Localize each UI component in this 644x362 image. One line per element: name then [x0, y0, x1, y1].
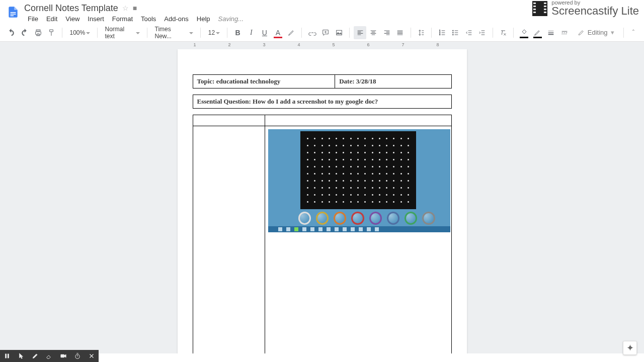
menu-view[interactable]: View [62, 14, 83, 24]
ruler-tick: 8 [436, 42, 439, 47]
document-title[interactable]: Cornell Notes Template [24, 3, 118, 14]
insert-comment-button[interactable] [319, 26, 332, 39]
pause-recording-button[interactable] [0, 350, 14, 362]
eraser-tool-button[interactable] [42, 350, 56, 362]
document-page[interactable]: Topic: educational technology Date: 3/28… [178, 49, 467, 353]
essential-question-cell[interactable]: Essential Question: How do I add a scree… [193, 95, 451, 109]
undo-button[interactable] [5, 26, 18, 39]
essential-question-table[interactable]: Essential Question: How do I add a scree… [193, 95, 452, 109]
svg-rect-3 [337, 30, 342, 35]
svg-rect-1 [11, 14, 16, 15]
move-to-folder-icon[interactable]: ■ [133, 4, 137, 12]
document-workspace[interactable]: 1 2 3 4 5 6 7 8 Topic: educational techn… [0, 42, 644, 353]
text-color-button[interactable]: A [272, 26, 284, 39]
ruler-tick: 6 [367, 42, 369, 47]
ruler-tick: 5 [332, 42, 335, 47]
svg-rect-10 [6, 354, 7, 358]
menu-edit[interactable]: Edit [43, 14, 61, 24]
pencil-icon [578, 29, 585, 36]
paragraph-style-select[interactable]: Normal text [101, 27, 142, 39]
notes-body-cell[interactable] [265, 126, 451, 354]
border-dash-button[interactable] [558, 26, 571, 39]
ruler-tick: 4 [297, 42, 300, 47]
mode-select[interactable]: Editing ▾ [573, 29, 619, 36]
menu-format[interactable]: Format [109, 14, 136, 24]
menu-insert[interactable]: Insert [84, 14, 108, 24]
toolbar: 100% Normal text Times New... 12 B I U A… [0, 24, 644, 42]
redo-button[interactable] [19, 26, 31, 39]
align-justify-button[interactable] [394, 26, 407, 39]
clear-formatting-button[interactable] [497, 26, 510, 39]
webcam-toggle-button[interactable] [56, 350, 70, 362]
horizontal-ruler[interactable]: 1 2 3 4 5 6 7 8 [178, 42, 467, 49]
underline-button[interactable]: U [259, 26, 271, 39]
timer-button[interactable] [70, 350, 85, 362]
menu-tools[interactable]: Tools [137, 14, 159, 24]
screencastify-watermark: powered by Screencastify Lite [530, 0, 641, 17]
close-toolbar-button[interactable] [85, 350, 99, 362]
eq-value: How do I add a screenshot to my google d… [253, 98, 378, 105]
ruler-tick: 2 [228, 42, 230, 47]
font-size-select[interactable]: 12 [205, 27, 223, 39]
docs-logo[interactable] [4, 3, 22, 21]
paint-format-button[interactable] [45, 26, 58, 39]
watermark-line2: Screencastify Lite [551, 5, 639, 17]
date-label: Date: [339, 77, 354, 85]
numbered-list-button[interactable]: 123 [436, 26, 448, 39]
increase-indent-button[interactable] [476, 26, 489, 39]
ruler-tick: 1 [193, 42, 196, 47]
cues-body-cell[interactable] [193, 126, 265, 354]
date-cell[interactable]: Date: 3/28/18 [335, 75, 451, 88]
collapse-toolbar-button[interactable]: ˆ [628, 27, 639, 39]
cursor-tool-button[interactable] [14, 350, 28, 362]
star-icon[interactable]: ☆ [122, 4, 129, 12]
menu-addons[interactable]: Add-ons [160, 14, 192, 24]
bold-button[interactable]: B [231, 26, 244, 39]
insert-image-button[interactable] [333, 26, 346, 39]
svg-rect-12 [61, 354, 64, 357]
ruler-tick: 7 [401, 42, 404, 47]
topic-date-table[interactable]: Topic: educational technology Date: 3/28… [193, 74, 452, 88]
svg-rect-0 [11, 12, 16, 13]
topic-cell[interactable]: Topic: educational technology [193, 75, 335, 88]
svg-point-7 [453, 30, 454, 31]
align-center-button[interactable] [367, 26, 380, 39]
svg-text:3: 3 [439, 33, 441, 36]
menu-file[interactable]: File [24, 14, 42, 24]
line-spacing-button[interactable] [415, 26, 428, 39]
zoom-select[interactable]: 100% [66, 27, 93, 39]
mode-label: Editing [588, 29, 608, 36]
svg-rect-11 [8, 354, 9, 358]
explore-button[interactable]: ✦ [623, 341, 637, 355]
svg-point-8 [453, 32, 454, 33]
ruler-tick: 3 [263, 42, 265, 47]
bulleted-list-button[interactable] [449, 26, 462, 39]
film-icon [532, 1, 547, 16]
font-family-select[interactable]: Times New... [151, 27, 196, 39]
cues-header-cell[interactable] [193, 115, 265, 126]
eq-label: Essential Question: [197, 98, 251, 105]
insert-link-button[interactable] [306, 26, 318, 39]
border-color-button[interactable] [531, 26, 544, 39]
highlight-color-button[interactable] [285, 26, 298, 39]
align-left-button[interactable] [354, 26, 366, 39]
embedded-screenshot-image[interactable] [268, 129, 450, 232]
date-value: 3/28/18 [356, 77, 376, 85]
topic-value: educational technology [216, 77, 280, 85]
svg-rect-2 [11, 16, 14, 17]
border-width-button[interactable] [545, 26, 557, 39]
menu-help[interactable]: Help [193, 14, 214, 24]
screencastify-toolbar [0, 350, 99, 362]
print-button[interactable] [32, 26, 44, 39]
svg-point-9 [453, 34, 454, 35]
pen-tool-button[interactable] [28, 350, 42, 362]
notes-header-cell[interactable] [265, 115, 451, 126]
italic-button[interactable]: I [245, 26, 258, 39]
decrease-indent-button[interactable] [463, 26, 475, 39]
align-right-button[interactable] [381, 26, 393, 39]
topic-label: Topic: [197, 77, 215, 85]
menu-bar: File Edit View Insert Format Tools Add-o… [24, 14, 247, 24]
fill-color-button[interactable] [518, 26, 530, 39]
saving-status: Saving... [215, 14, 248, 24]
cornell-notes-table[interactable] [193, 115, 452, 353]
